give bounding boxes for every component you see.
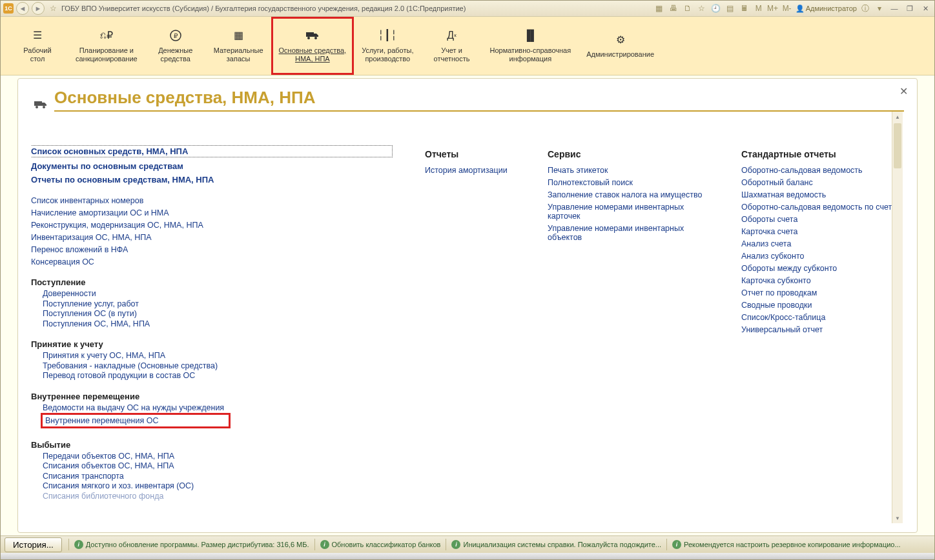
report-icon: Дк (444, 28, 458, 43)
nav-desktop[interactable]: ☰ Рабочий стол (7, 17, 68, 75)
link-issue-statements[interactable]: Ведомости на выдачу ОС на нужды учрежден… (43, 403, 393, 412)
link-entries-report[interactable]: Отчет по проводкам (741, 288, 903, 297)
link-transfer-nfa[interactable]: Перенос вложений в НФА (31, 245, 393, 254)
link-chess-report[interactable]: Шахматная ведомость (741, 190, 903, 199)
info-icon: i (320, 540, 329, 549)
minimize-button[interactable]: — (888, 3, 901, 14)
hamburger-icon: ☰ (30, 28, 45, 43)
svg-point-4 (314, 37, 317, 39)
toolbar-icon-3[interactable]: 🗋 (682, 3, 694, 14)
vertical-scrollbar[interactable]: ▲ ▼ (892, 112, 903, 523)
nav-services[interactable]: ╎┃╎ Услуги, работы, производство (354, 17, 421, 75)
nav-reference[interactable]: ▐▌ Нормативно-справочная информация (482, 17, 579, 75)
panel-close-button[interactable]: ✕ (899, 85, 908, 97)
title-bar: 1C ◄ ► ☆ ГОБУ ВПО Университет искусств (… (1, 1, 934, 17)
toolbar-icon-4[interactable]: ☆ (696, 3, 708, 14)
nav-planning[interactable]: ⎌₽ Планирование и санкционирование (68, 17, 145, 75)
svg-text:₽: ₽ (174, 32, 178, 39)
nav-cash[interactable]: ₽ Денежные средства (145, 17, 206, 75)
reports-header: Отчеты (425, 149, 515, 159)
service-column: Сервис Печать этикеток Полнотекстовый по… (548, 144, 709, 523)
link-asset-transfer[interactable]: Передачи объектов ОС, НМА, НПА (43, 452, 393, 461)
link-reconstruction[interactable]: Реконструкция, модернизация ОС, НМА, НПА (31, 221, 393, 230)
link-fulltext-search[interactable]: Полнотекстовый поиск (548, 178, 709, 187)
main-navigation: ☰ Рабочий стол ⎌₽ Планирование и санкцио… (1, 17, 934, 75)
info-icon[interactable]: ⓘ (859, 3, 871, 14)
m-minus-button[interactable]: M- (781, 3, 793, 14)
dropdown-icon[interactable]: ▾ (874, 3, 885, 14)
link-asset-list[interactable]: Список основных средств, НМА, НПА (31, 145, 393, 157)
favorite-icon[interactable]: ☆ (47, 3, 59, 14)
link-service-receipt[interactable]: Поступление услуг, работ (43, 299, 393, 308)
nav-fixed-assets[interactable]: Основные средства, НМА, НПА (271, 17, 354, 75)
toolbar-icon-1[interactable]: ▦ (653, 3, 665, 14)
link-asset-intransit[interactable]: Поступления ОС (в пути) (43, 309, 393, 318)
back-button[interactable]: ◄ (16, 2, 29, 15)
scroll-thumb[interactable] (894, 123, 901, 168)
link-library-writeoff[interactable]: Списания библиотечного фонда (43, 492, 393, 501)
link-poa[interactable]: Доверенности (43, 289, 393, 298)
info-icon: i (74, 540, 83, 549)
status-help-init[interactable]: iИнициализация системы справки. Пожалуйс… (449, 540, 664, 549)
link-tax-rates[interactable]: Заполнение ставок налога на имущество (548, 190, 709, 199)
forward-button[interactable]: ► (32, 2, 45, 15)
link-print-labels[interactable]: Печать этикеток (548, 166, 709, 175)
link-product-transfer[interactable]: Перевод готовой продукции в состав ОС (43, 371, 393, 380)
link-transport-writeoff[interactable]: Списания транспорта (43, 472, 393, 481)
link-subconto-card[interactable]: Карточка субконто (741, 276, 903, 285)
link-inventory-numbers[interactable]: Список инвентарных номеров (31, 196, 393, 205)
link-object-numbers[interactable]: Управление номерами инвентарных объектов (548, 224, 709, 242)
toolbar-icon-2[interactable]: 🖶 (668, 3, 679, 14)
link-account-card[interactable]: Карточка счета (741, 227, 903, 236)
link-trial-balance[interactable]: Оборотно-сальдовая ведомость (741, 166, 903, 175)
page-title: Основные средства, НМА, НПА (54, 88, 315, 108)
link-asset-reports[interactable]: Отчеты по основным средствам, НМА, НПА (31, 175, 393, 185)
link-account-turnover[interactable]: Обороты счета (741, 215, 903, 224)
left-column: Список основных средств, НМА, НПА Докуме… (31, 144, 393, 523)
toolbar-icon-5[interactable]: 🕘 (710, 3, 722, 14)
link-between-subconto[interactable]: Обороты между субконто (741, 264, 903, 273)
link-asset-receipt[interactable]: Поступления ОС, НМА, НПА (43, 319, 393, 328)
link-crosstab[interactable]: Список/Кросс-таблица (741, 313, 903, 322)
user-menu[interactable]: 👤 Администратор (796, 5, 857, 13)
scroll-down-icon[interactable]: ▼ (892, 513, 903, 523)
link-amort-history[interactable]: История амортизации (425, 166, 515, 175)
status-backup[interactable]: iРекомендуется настроить резервное копир… (670, 540, 934, 549)
link-card-numbers[interactable]: Управление номерами инвентарных карточек (548, 203, 709, 221)
link-subconto-analysis[interactable]: Анализ субконто (741, 252, 903, 261)
nav-admin[interactable]: ⚙ Администрирование (579, 17, 662, 75)
link-summary-entries[interactable]: Сводные проводки (741, 301, 903, 310)
maximize-button[interactable]: ❐ (903, 3, 916, 14)
link-conservation[interactable]: Консервация ОС (31, 257, 393, 266)
toolbar-icon-6[interactable]: ▤ (724, 3, 736, 14)
link-turnover-balance[interactable]: Оборотный баланс (741, 178, 903, 187)
link-asset-writeoff[interactable]: Списания объектов ОС, НМА, НПА (43, 461, 393, 470)
link-account-analysis[interactable]: Анализ счета (741, 239, 903, 248)
svg-point-7 (43, 106, 45, 108)
svg-rect-5 (34, 101, 42, 106)
link-universal-report[interactable]: Универсальный отчет (741, 325, 903, 334)
link-internal-movements[interactable]: Внутренние перемещения ОС (41, 413, 231, 428)
m-button[interactable]: M (753, 3, 765, 14)
calculator-icon[interactable]: 🖩 (739, 3, 750, 14)
link-soft-writeoff[interactable]: Списания мягкого и хоз. инвентаря (ОС) (43, 481, 393, 490)
close-button[interactable]: ✕ (919, 3, 932, 14)
history-button[interactable]: История... (5, 537, 62, 552)
content-panel: ✕ Основные средства, НМА, НПА Список осн… (17, 78, 918, 533)
scroll-up-icon[interactable]: ▲ (892, 112, 903, 122)
status-update-banks[interactable]: iОбновить классификатор банков (318, 540, 444, 549)
nav-materials[interactable]: ▦ Материальные запасы (206, 17, 271, 75)
svg-rect-2 (306, 32, 314, 37)
nav-accounting[interactable]: Дк Учет и отчетность (421, 17, 482, 75)
group-acceptance: Принятие к учету (31, 339, 393, 349)
link-inventarization[interactable]: Инвентаризация ОС, НМА, НПА (31, 233, 393, 242)
link-amortization[interactable]: Начисление амортизации ОС и НМА (31, 208, 393, 217)
link-asset-docs[interactable]: Документы по основным средствам (31, 161, 393, 171)
m-plus-button[interactable]: M+ (767, 3, 779, 14)
link-accept-asset[interactable]: Принятия к учету ОС, НМА, НПА (43, 351, 393, 360)
link-trial-by-account[interactable]: Оборотно-сальдовая ведомость по счету (741, 203, 903, 212)
window-title: ГОБУ ВПО Университет искусств (Субсидия)… (61, 5, 466, 12)
link-requirements[interactable]: Требования - накладные (Основные средств… (43, 361, 393, 370)
grid-icon: ▦ (231, 28, 245, 43)
status-update-available[interactable]: iДоступно обновление программы. Размер д… (72, 540, 312, 549)
